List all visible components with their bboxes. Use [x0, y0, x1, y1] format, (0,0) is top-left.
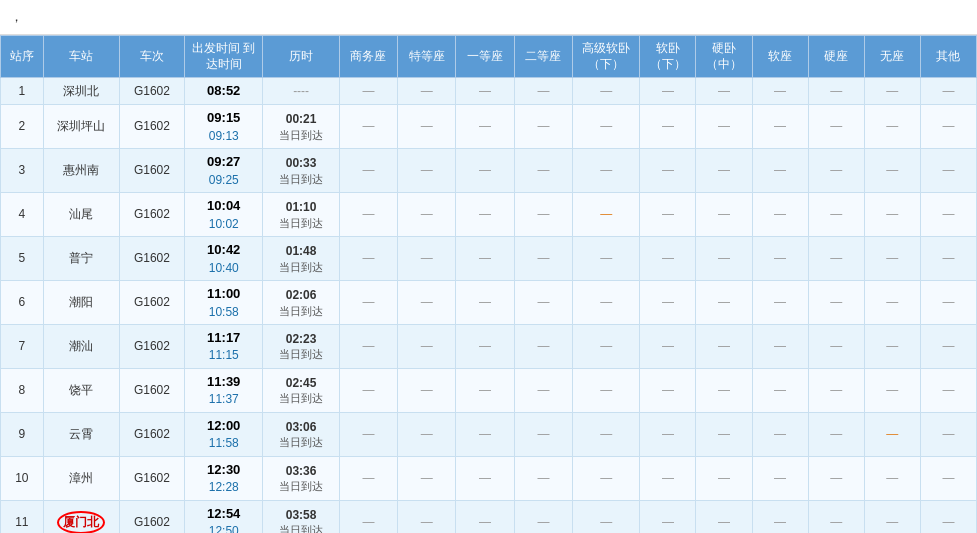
page-header: ， [0, 0, 977, 35]
cell-second: — [514, 325, 572, 369]
cell-softbed_down: — [573, 413, 640, 457]
cell-noseat: — [864, 325, 920, 369]
cell-duration: 01:10当日到达 [263, 193, 339, 237]
cell-duration: ---- [263, 78, 339, 105]
col-header-softbed_down: 高级软卧（下） [573, 36, 640, 78]
cell-train: G1602 [119, 325, 184, 369]
cell-softbed_down: — [573, 501, 640, 533]
cell-time: 12:0011:58 [184, 413, 263, 457]
cell-special: — [398, 237, 456, 281]
cell-station: 饶平 [43, 369, 119, 413]
cell-hardbed: — [696, 325, 752, 369]
cell-duration: 00:21当日到达 [263, 105, 339, 149]
cell-noseat: — [864, 193, 920, 237]
cell-other: — [920, 105, 976, 149]
table-row: 4汕尾G160210:0410:0201:10当日到达——————————— [1, 193, 977, 237]
cell-hardseat: — [808, 413, 864, 457]
cell-other: — [920, 457, 976, 501]
col-header-other: 其他 [920, 36, 976, 78]
cell-train: G1602 [119, 369, 184, 413]
cell-softbed_down: — [573, 105, 640, 149]
cell-first: — [456, 325, 514, 369]
cell-time: 12:3012:28 [184, 457, 263, 501]
cell-softbed: — [640, 369, 696, 413]
col-header-train: 车次 [119, 36, 184, 78]
cell-train: G1602 [119, 105, 184, 149]
cell-other: — [920, 413, 976, 457]
cell-noseat: — [864, 413, 920, 457]
cell-business: — [339, 369, 397, 413]
cell-duration: 02:06当日到达 [263, 281, 339, 325]
cell-hardbed: — [696, 501, 752, 533]
cell-hardbed: — [696, 413, 752, 457]
cell-second: — [514, 501, 572, 533]
cell-train: G1602 [119, 457, 184, 501]
cell-softbed: — [640, 501, 696, 533]
cell-seq: 11 [1, 501, 44, 533]
cell-duration: 00:33当日到达 [263, 149, 339, 193]
cell-softbed_down: — [573, 457, 640, 501]
cell-hardseat: — [808, 105, 864, 149]
cell-second: — [514, 237, 572, 281]
cell-first: — [456, 237, 514, 281]
col-header-softbed: 软卧（下） [640, 36, 696, 78]
cell-softseat: — [752, 369, 808, 413]
cell-softseat: — [752, 281, 808, 325]
cell-station: 惠州南 [43, 149, 119, 193]
table-row: 6潮阳G160211:0010:5802:06当日到达——————————— [1, 281, 977, 325]
cell-second: — [514, 149, 572, 193]
cell-business: — [339, 149, 397, 193]
cell-softbed: — [640, 149, 696, 193]
cell-other: — [920, 369, 976, 413]
cell-hardseat: — [808, 369, 864, 413]
cell-second: — [514, 193, 572, 237]
cell-first: — [456, 105, 514, 149]
cell-train: G1602 [119, 149, 184, 193]
cell-softbed_down: — [573, 237, 640, 281]
cell-softseat: — [752, 325, 808, 369]
cell-seq: 2 [1, 105, 44, 149]
cell-softbed: — [640, 237, 696, 281]
cell-first: — [456, 501, 514, 533]
cell-special: — [398, 281, 456, 325]
cell-duration: 03:36当日到达 [263, 457, 339, 501]
cell-time: 12:5412:50 [184, 501, 263, 533]
cell-softseat: — [752, 237, 808, 281]
cell-hardseat: — [808, 149, 864, 193]
cell-business: — [339, 281, 397, 325]
cell-second: — [514, 78, 572, 105]
cell-first: — [456, 369, 514, 413]
table-row: 2深圳坪山G160209:1509:1300:21当日到达——————————— [1, 105, 977, 149]
cell-softseat: — [752, 413, 808, 457]
cell-business: — [339, 501, 397, 533]
table-row: 3惠州南G160209:2709:2500:33当日到达——————————— [1, 149, 977, 193]
cell-softbed: — [640, 78, 696, 105]
cell-time: 11:3911:37 [184, 369, 263, 413]
cell-second: — [514, 369, 572, 413]
cell-station: 潮汕 [43, 325, 119, 369]
cell-softbed_down: — [573, 149, 640, 193]
cell-softseat: — [752, 105, 808, 149]
cell-train: G1602 [119, 501, 184, 533]
cell-time: 11:0010:58 [184, 281, 263, 325]
cell-station: 普宁 [43, 237, 119, 281]
cell-special: — [398, 457, 456, 501]
cell-station: 深圳北 [43, 78, 119, 105]
cell-hardseat: — [808, 237, 864, 281]
cell-business: — [339, 105, 397, 149]
cell-second: — [514, 413, 572, 457]
table-row: 11厦门北G160212:5412:5003:58当日到达——————————— [1, 501, 977, 533]
cell-other: — [920, 325, 976, 369]
cell-softbed_down: — [573, 325, 640, 369]
cell-noseat: — [864, 149, 920, 193]
cell-seq: 8 [1, 369, 44, 413]
cell-hardbed: — [696, 237, 752, 281]
cell-first: — [456, 413, 514, 457]
cell-second: — [514, 105, 572, 149]
cell-special: — [398, 149, 456, 193]
cell-first: — [456, 457, 514, 501]
cell-noseat: — [864, 105, 920, 149]
cell-special: — [398, 193, 456, 237]
cell-train: G1602 [119, 237, 184, 281]
cell-seq: 6 [1, 281, 44, 325]
